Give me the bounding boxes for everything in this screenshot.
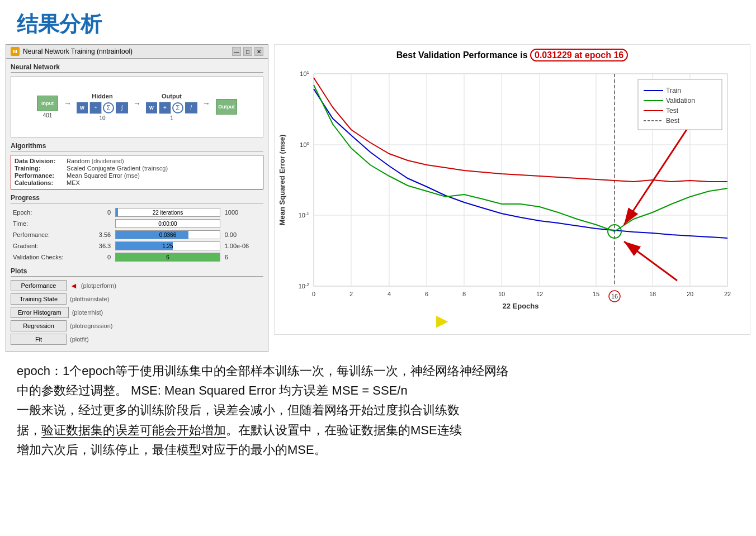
perf-bar-text: 0.0366 [116, 232, 219, 238]
svg-text:Best: Best [666, 117, 680, 125]
network-diagram: Input 401 → Hidden w + [11, 76, 263, 137]
gradient-bar-cell: 1.25 [113, 240, 222, 252]
hidden-b-stack: + [89, 102, 102, 114]
epoch-max: 1000 [223, 207, 263, 218]
input-num: 401 [43, 112, 53, 118]
svg-text:Train: Train [666, 87, 681, 94]
algo-data-division-val: Random [67, 158, 90, 164]
svg-text:22: 22 [724, 291, 731, 297]
svg-text:8: 8 [462, 291, 466, 297]
main-content: M Neural Network Training (nntraintool) … [0, 44, 756, 352]
svg-text:2: 2 [349, 291, 353, 297]
output-w-box: w [145, 102, 158, 114]
algo-training-label: Training: [15, 165, 65, 172]
hidden-num: 10 [99, 115, 105, 121]
perf-bar-cell: 0.0366 [113, 229, 222, 240]
svg-text:101: 101 [300, 70, 309, 77]
gradient-progress-bar: 1.25 [115, 241, 220, 250]
algorithms-label: Algorithms [11, 142, 263, 151]
progress-label: Progress [11, 194, 263, 203]
performance-plot-fn: (plotperform) [81, 282, 116, 289]
time-max [223, 218, 263, 229]
bottom-text-line4-post: 。在默认设置中，在验证数据集的MSE连续 [226, 423, 462, 437]
hidden-label: Hidden [92, 93, 112, 99]
output-node-box: Output [216, 99, 237, 115]
nn-training-panel: M Neural Network Training (nntraintool) … [6, 44, 268, 352]
epoch-bar-cell: 22 iterations [113, 207, 222, 218]
algo-performance-val: Mean Squared Error [67, 172, 122, 179]
fit-plot-button[interactable]: Fit [11, 334, 67, 345]
time-label: Time: [11, 218, 86, 229]
training-state-plot-button[interactable]: Training State [11, 293, 67, 305]
regression-plot-button[interactable]: Regression [11, 320, 67, 331]
algo-data-division-fn: (dividerand) [92, 158, 124, 164]
nn-panel-titlebar: M Neural Network Training (nntraintool) … [6, 45, 268, 59]
nn-panel-body: Neural Network Input 401 → Hidden w [6, 59, 268, 352]
table-row: Validation Checks: 0 6 6 [11, 252, 263, 263]
titlebar-buttons[interactable]: — □ ✕ [232, 47, 263, 56]
bottom-text-line1: epoch：1个epoch等于使用训练集中的全部样本训练一次，每训练一次，神经网… [17, 364, 460, 378]
arrow2: → [133, 99, 141, 108]
nn-panel-title: Neural Network Training (nntraintool) [23, 48, 133, 55]
val-checks-bar-text: 6 [116, 254, 219, 260]
val-checks-label: Validation Checks: [11, 252, 86, 263]
svg-text:15: 15 [593, 291, 599, 297]
error-histogram-plot-button[interactable]: Error Histogram [11, 307, 69, 318]
bottom-text-line1b: 神经网络 [460, 364, 509, 378]
val-checks-progress-bar: 6 [115, 253, 220, 262]
error-histogram-plot-row: Error Histogram (ploterrhist) [11, 307, 263, 318]
val-checks-bar-cell: 6 [113, 252, 222, 263]
time-min [86, 218, 113, 229]
bottom-line2: 中的参数经过调整。 MSE: Mean Squared Error 均方误差 M… [17, 381, 739, 400]
svg-text:6: 6 [425, 291, 428, 297]
table-row: Gradient: 36.3 1.25 1.00e-06 [11, 240, 263, 252]
plots-label: Plots [11, 267, 263, 277]
minimize-button[interactable]: — [232, 47, 241, 56]
gradient-label: Gradient: [11, 240, 86, 252]
time-progress-bar: 0:00:00 [115, 219, 220, 228]
time-bar-text: 0:00:00 [116, 221, 219, 227]
chart-container: Best Validation Performance is 0.031229 … [274, 44, 750, 335]
bottom-line5: 增加六次后，训练停止，最佳模型对应于的最小的MSE。 [17, 440, 739, 459]
algo-calculations: Calculations: MEX [15, 179, 259, 186]
svg-text:16: 16 [611, 293, 618, 300]
algo-calculations-label: Calculations: [15, 179, 65, 186]
neural-network-section-label: Neural Network [11, 63, 263, 73]
svg-text:12: 12 [536, 291, 543, 297]
epoch-progress-bar: 22 iterations [115, 208, 220, 217]
output-node-label: Output [218, 104, 235, 110]
plots-section: Plots Performance ◄ (plotperform) Traini… [11, 267, 263, 345]
bottom-text-line4-underline: 验证数据集的误差可能会开始增加 [41, 423, 226, 438]
chart-title-highlight: 0.031229 at epoch 16 [530, 49, 628, 61]
epoch-label: Epoch: [11, 207, 86, 218]
arrow3: → [202, 99, 210, 108]
performance-plot-button[interactable]: Performance [11, 280, 67, 291]
fit-plot-fn: (plotfit) [70, 336, 89, 343]
time-bar-cell: 0:00:00 [113, 218, 222, 229]
epoch-bar-text: 22 iterations [116, 210, 219, 216]
bottom-line3: 一般来说，经过更多的训练阶段后，误差会减小，但随着网络开始过度拟合训练数 [17, 400, 739, 420]
hidden-act: ∫ [115, 102, 129, 114]
algo-calculations-val: MEX [67, 179, 80, 186]
maximize-button[interactable]: □ [243, 47, 252, 56]
hidden-sum: Σ [103, 102, 114, 113]
fit-plot-row: Fit (plotfit) [11, 334, 263, 345]
svg-text:0: 0 [312, 291, 315, 297]
performance-plot-row: Performance ◄ (plotperform) [11, 280, 263, 291]
svg-text:10-2: 10-2 [299, 282, 310, 290]
table-row: Time: 0:00:00 [11, 218, 263, 229]
bottom-line4: 据，验证数据集的误差可能会开始增加。在默认设置中，在验证数据集的MSE连续 [17, 420, 739, 440]
perf-label: Performance: [11, 229, 86, 240]
svg-text:Test: Test [666, 107, 679, 115]
svg-text:Mean Squared Error (mse): Mean Squared Error (mse) [278, 135, 286, 226]
arrow1: → [64, 99, 72, 108]
output-sum: Σ [172, 102, 183, 113]
svg-text:10-1: 10-1 [299, 211, 310, 219]
table-row: Epoch: 0 22 iterations 1000 [11, 207, 263, 218]
regression-plot-row: Regression (plotregression) [11, 320, 263, 331]
bottom-line1: epoch：1个epoch等于使用训练集中的全部样本训练一次，每训练一次，神经网… [17, 361, 739, 381]
svg-text:100: 100 [300, 141, 309, 148]
matlab-icon: M [11, 47, 20, 56]
close-button[interactable]: ✕ [254, 47, 263, 56]
algo-performance: Performance: Mean Squared Error (mse) [15, 172, 259, 179]
